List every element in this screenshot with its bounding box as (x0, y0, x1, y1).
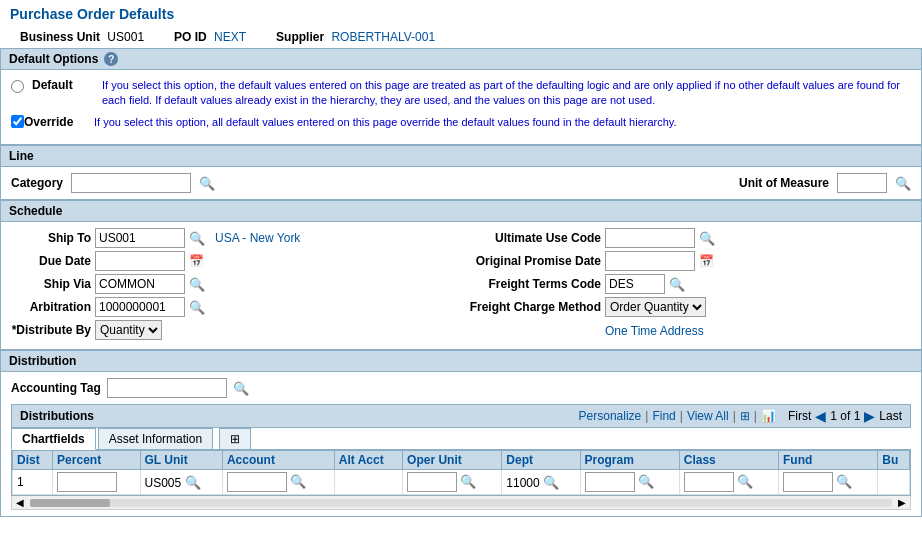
ship-via-search-icon[interactable]: 🔍 (189, 277, 205, 292)
personalize-link[interactable]: Personalize (579, 409, 642, 423)
original-promise-cal-icon[interactable]: 📅 (699, 254, 714, 268)
distributions-header: Distributions Personalize | Find | View … (11, 404, 911, 428)
dept-search-icon[interactable]: 🔍 (543, 475, 559, 490)
account-input[interactable] (227, 472, 287, 492)
supplier-value[interactable]: ROBERTHALV-001 (331, 30, 435, 44)
tab-row: Chartfields Asset Information ⊞ (11, 428, 911, 450)
page-info: 1 of 1 (830, 409, 860, 423)
distribute-by-label: *Distribute By (11, 323, 91, 337)
fund-search-icon[interactable]: 🔍 (836, 474, 852, 489)
cell-account: 🔍 (222, 470, 334, 495)
cell-alt-acct (334, 470, 402, 495)
cell-gl-unit: US005 🔍 (140, 470, 222, 495)
ship-via-input[interactable] (95, 274, 185, 294)
scrollbar-thumb (30, 499, 110, 507)
grid-icon[interactable]: ⊞ (740, 409, 750, 423)
override-checkbox[interactable] (11, 115, 24, 128)
default-options-label: Default Options (9, 52, 98, 66)
tab-asset-information-label: Asset Information (109, 432, 202, 446)
cell-dept: 11000 🔍 (502, 470, 580, 495)
freight-charge-label: Freight Charge Method (461, 300, 601, 314)
program-search-icon[interactable]: 🔍 (638, 474, 654, 489)
help-icon[interactable]: ? (104, 52, 118, 66)
uom-search-icon[interactable]: 🔍 (895, 176, 911, 191)
col-bu: Bu (878, 451, 910, 470)
arbitration-label: Arbitration (11, 300, 91, 314)
ship-to-input[interactable] (95, 228, 185, 248)
cell-percent (53, 470, 140, 495)
po-id-label: PO ID (174, 30, 207, 44)
col-dept: Dept (502, 451, 580, 470)
original-promise-input[interactable] (605, 251, 695, 271)
due-date-label: Due Date (11, 254, 91, 268)
scrollbar-right-btn[interactable]: ▶ (894, 497, 910, 508)
due-date-input[interactable] (95, 251, 185, 271)
default-radio[interactable] (11, 80, 24, 93)
account-search-icon[interactable]: 🔍 (290, 474, 306, 489)
class-search-icon[interactable]: 🔍 (737, 474, 753, 489)
default-label: Default (32, 78, 92, 92)
original-promise-row: Original Promise Date 📅 (461, 251, 911, 271)
cell-program: 🔍 (580, 470, 679, 495)
uom-input[interactable] (837, 173, 887, 193)
acct-tag-input[interactable] (107, 378, 227, 398)
tab-chartfields-label: Chartfields (22, 432, 85, 446)
business-unit-value: US001 (107, 30, 144, 44)
percent-input[interactable] (57, 472, 117, 492)
supplier-label: Supplier (276, 30, 324, 44)
schedule-content: Ship To 🔍 USA - New York Due Date 📅 Ship… (0, 222, 922, 350)
oper-unit-search-icon[interactable]: 🔍 (460, 474, 476, 489)
supplier-field: Supplier ROBERTHALV-001 (276, 30, 435, 44)
col-gl-unit: GL Unit (140, 451, 222, 470)
freight-charge-select[interactable]: Order Quantity Amount (605, 297, 706, 317)
override-label: Override (24, 115, 84, 129)
ship-to-label: Ship To (11, 231, 91, 245)
distribute-by-select[interactable]: Quantity Amount (95, 320, 162, 340)
program-input[interactable] (585, 472, 635, 492)
arbitration-search-icon[interactable]: 🔍 (189, 300, 205, 315)
one-time-address-link[interactable]: One Time Address (605, 324, 704, 338)
category-input[interactable] (71, 173, 191, 193)
next-nav-icon[interactable]: ▶ (864, 408, 875, 424)
acct-tag-search-icon[interactable]: 🔍 (233, 381, 249, 396)
override-desc: If you select this option, all default v… (94, 115, 677, 130)
find-link[interactable]: Find (652, 409, 675, 423)
due-date-cal-icon[interactable]: 📅 (189, 254, 204, 268)
scrollbar-left-btn[interactable]: ◀ (12, 497, 28, 508)
schedule-right: Ultimate Use Code 🔍 Original Promise Dat… (461, 228, 911, 343)
arbitration-input[interactable] (95, 297, 185, 317)
tab-chartfields[interactable]: Chartfields (11, 428, 96, 450)
ship-to-row: Ship To 🔍 USA - New York (11, 228, 461, 248)
ultimate-use-input[interactable] (605, 228, 695, 248)
tab-extra-icon: ⊞ (230, 432, 240, 446)
first-label: First (788, 409, 811, 423)
view-all-link[interactable]: View All (687, 409, 729, 423)
freight-terms-input[interactable] (605, 274, 665, 294)
po-id-value[interactable]: NEXT (214, 30, 246, 44)
line-form-row: Category 🔍 Unit of Measure 🔍 (11, 173, 911, 193)
cell-fund: 🔍 (778, 470, 877, 495)
ultimate-use-search-icon[interactable]: 🔍 (699, 231, 715, 246)
prev-nav-icon[interactable]: ◀ (815, 408, 826, 424)
oper-unit-input[interactable] (407, 472, 457, 492)
line-header: Line (0, 145, 922, 167)
gl-unit-search-icon[interactable]: 🔍 (185, 475, 201, 490)
class-input[interactable] (684, 472, 734, 492)
freight-terms-search-icon[interactable]: 🔍 (669, 277, 685, 292)
tab-asset-information[interactable]: Asset Information (98, 428, 213, 449)
col-class: Class (679, 451, 778, 470)
chart-icon[interactable]: 📊 (761, 409, 776, 423)
distribution-content: Accounting Tag 🔍 Distributions Personali… (0, 372, 922, 517)
ship-to-search-icon[interactable]: 🔍 (189, 231, 205, 246)
fund-input[interactable] (783, 472, 833, 492)
schedule-left: Ship To 🔍 USA - New York Due Date 📅 Ship… (11, 228, 461, 343)
horizontal-scrollbar[interactable]: ◀ ▶ (11, 496, 911, 510)
ultimate-use-row: Ultimate Use Code 🔍 (461, 228, 911, 248)
ship-via-row: Ship Via 🔍 (11, 274, 461, 294)
default-desc: If you select this option, the default v… (102, 78, 911, 109)
page-title: Purchase Order Defaults (0, 0, 922, 26)
tab-extra[interactable]: ⊞ (219, 428, 251, 449)
schedule-header: Schedule (0, 200, 922, 222)
category-search-icon[interactable]: 🔍 (199, 176, 215, 191)
ship-to-desc: USA - New York (215, 231, 300, 245)
